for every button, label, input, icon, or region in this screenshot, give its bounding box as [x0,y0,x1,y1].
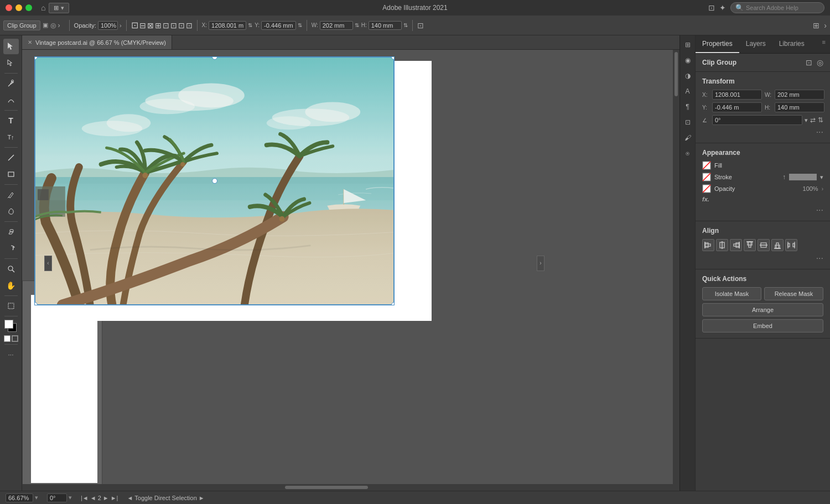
h-stepper[interactable]: ⇅ [403,22,408,28]
line-tool[interactable] [3,150,19,165]
align-btn-1[interactable]: ⊟ [139,21,146,30]
w-stepper[interactable]: ⇅ [355,22,359,28]
opacity-appear-value[interactable]: 100% [803,185,818,192]
nav-next-btn[interactable]: ► [103,495,109,501]
transform-more[interactable]: ··· [702,127,823,137]
rotate-tool[interactable] [3,241,19,256]
eraser-tool[interactable] [3,224,19,240]
tab-libraries[interactable]: Libraries [772,35,811,53]
touch-type-tool[interactable]: T↑ [3,129,19,145]
brush-icon[interactable]: 🖌 [682,132,694,144]
opacity-appear-arrow[interactable]: › [822,186,823,192]
align-btn-2[interactable]: ⊠ [147,21,154,30]
right-panel-collapse[interactable]: › [537,256,544,271]
symbols-icon[interactable]: ⍟ [682,147,694,159]
panel-header-icon-2[interactable]: ◎ [817,58,823,67]
transform-options-icon[interactable]: ⊡ [417,21,424,30]
discovery-icon[interactable]: ✦ [719,3,726,12]
zoom-arrow[interactable]: ▾ [35,494,38,501]
distribute-h-btn[interactable] [785,239,797,251]
window-mode-icon[interactable]: ⊡ [708,3,715,12]
appearance-panel-icon[interactable]: ◉ [682,54,694,66]
opacity-input[interactable]: 100% [98,21,118,30]
align-tool-icon[interactable]: ⊡ [131,20,138,30]
selection-tool[interactable] [3,39,19,54]
curvature-tool[interactable] [3,92,19,108]
align-btn-7[interactable]: ⊡ [186,21,193,30]
window-controls[interactable] [0,4,32,11]
align-right-edge-btn[interactable] [730,239,742,251]
zoom-input[interactable] [6,493,33,502]
search-bar[interactable]: 🔍 Search Adobe Help [730,2,824,13]
x-transform-input[interactable] [712,90,762,100]
arrange-button[interactable]: Arrange [702,303,823,316]
fill-color-btn[interactable] [4,335,11,342]
appearance-more[interactable]: ··· [702,205,823,215]
w-value[interactable]: 202 mm [320,21,353,30]
arrange-panels-icon[interactable]: ⊞ [813,21,819,30]
angle-status-arrow[interactable]: ▾ [69,494,72,501]
close-button[interactable] [6,4,12,11]
toggle-arrow-right[interactable]: ► [199,495,205,501]
stroke-dropdown[interactable]: ▾ [820,174,823,181]
breadcrumb-more[interactable]: › [58,22,60,29]
flip-h-btn[interactable]: ⇄ [810,116,816,124]
horizontal-scrollbar[interactable] [22,484,679,491]
align-bottom-edge-btn[interactable] [771,239,784,251]
toggle-arrow-left[interactable]: ◄ [127,495,133,501]
align-btn-4[interactable]: ⊡ [163,21,169,30]
align-btn-3[interactable]: ⊞ [155,21,162,30]
tab-properties[interactable]: Properties [696,35,739,53]
align-btn-5[interactable]: ⊡ [170,21,177,30]
type-panel-icon[interactable]: A [682,85,694,97]
y-transform-input[interactable] [712,102,762,112]
angle-dropdown[interactable]: ▾ [805,117,808,124]
angle-status-input[interactable] [47,493,67,502]
stroke-color-swatch[interactable] [789,174,817,180]
x-stepper[interactable]: ⇅ [248,22,252,28]
nav-prev-btn[interactable]: ◄ [90,495,96,501]
image-clip-group[interactable] [34,56,395,305]
y-value[interactable]: -0.446 mm [261,21,296,30]
libraries-icon[interactable]: ⊡ [682,116,694,128]
handle-bottom-right[interactable] [391,302,395,305]
breadcrumb-label[interactable]: Clip Group [3,20,40,30]
more-tools[interactable]: ··· [3,347,19,362]
align-center-h-btn[interactable] [716,239,728,251]
home-icon[interactable]: ⌂ [41,3,45,12]
y-stepper[interactable]: ⇅ [298,22,302,28]
align-left-edge-btn[interactable] [702,239,714,251]
panel-options[interactable]: ≡ [818,35,830,53]
artboard-tool[interactable] [3,298,19,314]
vertical-scrollbar[interactable] [673,50,679,484]
align-center-v-btn[interactable] [758,239,770,251]
flip-v-btn[interactable]: ⇅ [818,116,823,124]
gradient-icon[interactable]: ◑ [682,70,694,82]
isolate-mask-button[interactable]: Isolate Mask [702,287,761,300]
h-value[interactable]: 140 mm [369,21,402,30]
align-top-edge-btn[interactable] [744,239,756,251]
maximize-button[interactable] [25,4,32,11]
zoom-tool[interactable] [3,261,19,277]
rect-tool[interactable] [3,167,19,182]
properties-icon[interactable]: ⊞ [682,39,694,51]
no-fill-btn[interactable] [12,335,18,342]
minimize-button[interactable] [15,4,22,11]
x-value[interactable]: 1208.001 m [209,21,246,30]
embed-button[interactable]: Embed [702,319,823,332]
blob-brush-tool[interactable] [3,204,19,219]
stroke-up-arrow[interactable]: ↑ [782,173,786,181]
document-tab[interactable]: ✕ Vintage postcard.ai @ 66.67 % (CMYK/Pr… [22,35,172,49]
h-transform-input[interactable] [775,102,824,112]
left-panel-collapse[interactable]: ‹ [44,256,52,271]
handle-center[interactable] [212,178,217,184]
nav-last-btn[interactable]: ►| [111,495,118,501]
expand-panel-icon[interactable]: › [824,21,827,30]
type-tool[interactable]: T [3,113,19,128]
fx-label[interactable]: fx. [702,196,709,202]
direct-selection-tool[interactable] [3,55,19,71]
pencil-tool[interactable] [3,187,19,202]
align-more[interactable]: ··· [702,253,823,263]
fill-stroke-area[interactable] [4,320,18,333]
paragraph-icon[interactable]: ¶ [682,101,694,113]
